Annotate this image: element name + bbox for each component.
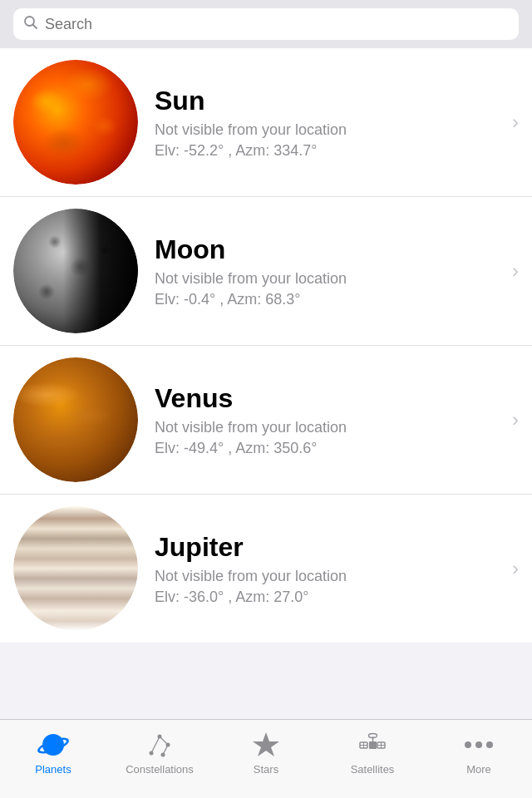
svg-rect-10 xyxy=(369,741,377,749)
satellites-icon xyxy=(357,730,387,760)
tab-more-label: More xyxy=(466,763,491,776)
tab-bar: Planets Constellations Stars xyxy=(0,719,532,798)
planet-info-jupiter: Jupiter Not visible from your location E… xyxy=(155,532,505,606)
svg-line-7 xyxy=(160,736,168,745)
search-icon xyxy=(23,15,38,33)
planets-icon xyxy=(38,730,68,760)
svg-line-6 xyxy=(151,736,160,753)
search-bar xyxy=(0,0,532,48)
tab-more[interactable]: More xyxy=(426,727,532,779)
tab-satellites[interactable]: Satellites xyxy=(319,727,426,779)
planet-image-moon xyxy=(13,209,138,333)
chevron-icon-sun: › xyxy=(512,111,519,134)
planet-list: Sun Not visible from your location Elv: … xyxy=(0,48,532,643)
tab-constellations-label: Constellations xyxy=(126,763,194,776)
planet-name-jupiter: Jupiter xyxy=(155,532,505,563)
search-input[interactable] xyxy=(45,16,509,33)
planet-visibility-sun: Not visible from your location xyxy=(155,121,505,139)
chevron-icon-moon: › xyxy=(512,259,519,283)
tab-stars-label: Stars xyxy=(254,763,278,776)
planet-item-moon[interactable]: Moon Not visible from your location Elv:… xyxy=(0,197,532,346)
chevron-icon-jupiter: › xyxy=(512,557,519,580)
planet-visibility-venus: Not visible from your location xyxy=(155,419,505,436)
svg-line-8 xyxy=(163,745,168,755)
tab-stars[interactable]: Stars xyxy=(213,727,319,779)
planet-item-sun[interactable]: Sun Not visible from your location Elv: … xyxy=(0,48,532,197)
planet-item-venus[interactable]: Venus Not visible from your location Elv… xyxy=(0,346,532,495)
planet-image-sun xyxy=(13,60,138,185)
planet-visibility-jupiter: Not visible from your location xyxy=(155,568,505,585)
more-icon xyxy=(464,730,494,760)
planet-image-jupiter xyxy=(13,506,138,631)
chevron-icon-venus: › xyxy=(512,408,519,431)
tab-planets-label: Planets xyxy=(35,763,71,776)
planet-visibility-moon: Not visible from your location xyxy=(155,270,505,288)
planet-coords-sun: Elv: -52.2° , Azm: 334.7° xyxy=(155,142,505,160)
planet-name-venus: Venus xyxy=(155,383,505,414)
svg-point-18 xyxy=(369,734,377,738)
planet-info-venus: Venus Not visible from your location Elv… xyxy=(155,383,505,457)
planet-coords-jupiter: Elv: -36.0° , Azm: 27.0° xyxy=(155,589,505,606)
svg-line-1 xyxy=(33,25,37,29)
planet-image-venus xyxy=(13,357,138,482)
planet-name-moon: Moon xyxy=(155,234,505,265)
planet-item-jupiter[interactable]: Jupiter Not visible from your location E… xyxy=(0,495,532,643)
planet-coords-moon: Elv: -0.4° , Azm: 68.3° xyxy=(155,291,505,308)
tab-satellites-label: Satellites xyxy=(351,763,395,776)
planet-info-moon: Moon Not visible from your location Elv:… xyxy=(155,234,505,308)
stars-icon xyxy=(251,730,281,760)
search-wrapper xyxy=(13,8,519,40)
planet-name-sun: Sun xyxy=(155,86,505,116)
tab-planets[interactable]: Planets xyxy=(0,727,106,779)
constellations-icon xyxy=(145,730,175,760)
svg-marker-9 xyxy=(253,732,279,756)
planet-info-sun: Sun Not visible from your location Elv: … xyxy=(155,86,505,160)
tab-constellations[interactable]: Constellations xyxy=(106,727,213,779)
planet-coords-venus: Elv: -49.4° , Azm: 350.6° xyxy=(155,440,505,457)
